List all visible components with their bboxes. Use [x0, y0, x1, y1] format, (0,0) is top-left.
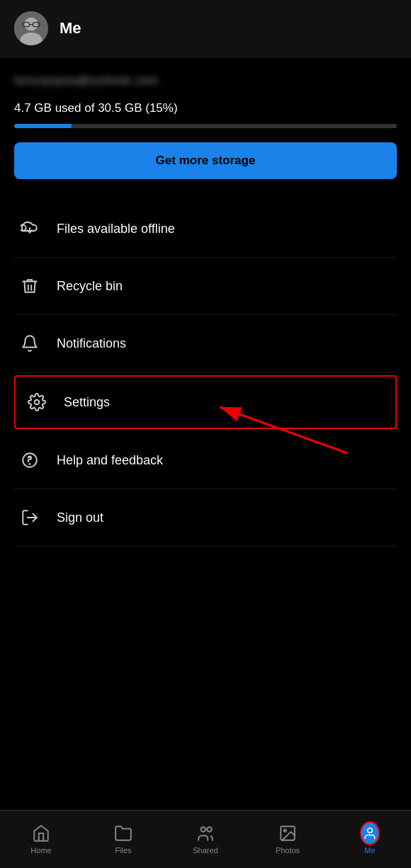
- svg-point-14: [201, 827, 206, 832]
- get-more-storage-button[interactable]: Get more storage: [14, 142, 397, 179]
- svg-point-8: [23, 453, 37, 467]
- photos-icon: [278, 823, 298, 843]
- offline-icon: [14, 213, 45, 244]
- files-nav-label: Files: [115, 846, 131, 855]
- me-nav-icon: [360, 823, 380, 843]
- notifications-label: Notifications: [57, 336, 126, 351]
- storage-bar-fill: [14, 124, 72, 128]
- nav-item-shared[interactable]: Shared: [164, 818, 247, 855]
- notifications-icon: [14, 328, 45, 359]
- home-nav-label: Home: [30, 846, 51, 855]
- content-area: lonurpopsa@outlook.com 4.7 GB used of 30…: [0, 57, 411, 547]
- photos-nav-label: Photos: [276, 846, 300, 855]
- svg-point-18: [368, 828, 373, 833]
- avatar: [14, 11, 48, 45]
- nav-item-photos[interactable]: Photos: [247, 818, 329, 855]
- svg-point-17: [284, 829, 286, 831]
- nav-item-me[interactable]: Me: [329, 818, 411, 855]
- svg-point-7: [35, 400, 40, 405]
- files-icon: [113, 823, 133, 843]
- help-icon: [14, 445, 45, 476]
- menu-item-recycle[interactable]: Recycle bin: [14, 258, 397, 315]
- menu-item-signout[interactable]: Sign out: [14, 489, 397, 547]
- recycle-label: Recycle bin: [57, 279, 123, 294]
- menu-item-settings[interactable]: Settings: [14, 375, 397, 429]
- offline-label: Files available offline: [57, 222, 175, 236]
- shared-icon: [196, 823, 215, 843]
- signout-label: Sign out: [57, 510, 103, 525]
- signout-icon: [14, 502, 45, 533]
- me-nav-label: Me: [364, 846, 375, 855]
- recycle-icon: [14, 270, 45, 302]
- menu-item-offline[interactable]: Files available offline: [14, 200, 397, 258]
- help-label: Help and feedback: [57, 453, 163, 468]
- settings-label: Settings: [64, 395, 110, 410]
- page-title: Me: [60, 19, 81, 38]
- nav-item-home[interactable]: Home: [0, 818, 82, 855]
- menu-item-help[interactable]: Help and feedback: [14, 432, 397, 489]
- shared-nav-label: Shared: [193, 846, 218, 855]
- menu-list: Files available offline Recycle bin: [14, 200, 397, 547]
- svg-point-15: [207, 827, 212, 832]
- settings-icon: [21, 387, 52, 418]
- storage-text: 4.7 GB used of 30.5 GB (15%): [14, 101, 397, 115]
- home-icon: [31, 823, 51, 843]
- storage-bar: [14, 124, 397, 128]
- user-email: lonurpopsa@outlook.com: [14, 74, 397, 87]
- menu-item-notifications[interactable]: Notifications: [14, 315, 397, 372]
- bottom-navigation: Home Files Shared: [0, 810, 411, 868]
- nav-item-files[interactable]: Files: [82, 818, 164, 855]
- header: Me: [0, 0, 411, 57]
